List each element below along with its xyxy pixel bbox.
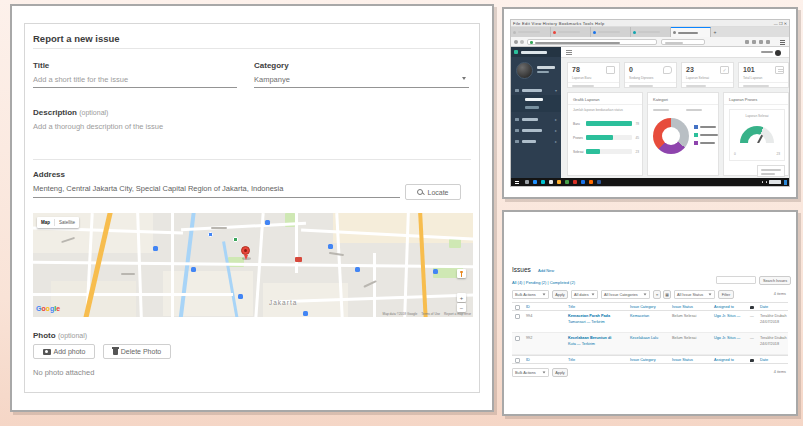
- sidebar-item-laporan[interactable]: ▸: [511, 115, 561, 124]
- browser-tab-active[interactable]: [671, 27, 711, 37]
- cell-title-link[interactable]: Kemacetan Parah Pada: [568, 314, 610, 319]
- locate-button[interactable]: Locate: [405, 184, 461, 200]
- tab-title-smudge: [638, 31, 660, 33]
- add-photo-button[interactable]: Add photo: [33, 344, 95, 359]
- terms-link[interactable]: Terms of Use: [421, 312, 440, 316]
- apply-button[interactable]: Apply: [552, 290, 568, 299]
- cell-category-link[interactable]: Kecelakaan Lalu: [630, 336, 658, 341]
- col-date[interactable]: Date: [760, 358, 768, 363]
- view-grid-icon[interactable]: ▦: [663, 290, 671, 299]
- stat-link-smudge[interactable]: [743, 85, 769, 87]
- zoom-in-button[interactable]: +: [457, 293, 466, 302]
- view-filter-links[interactable]: All (4) | Pending (2) | Completed (2): [512, 280, 575, 285]
- zoom-out-button[interactable]: −: [457, 303, 466, 312]
- stat-link-smudge[interactable]: [572, 85, 594, 87]
- report-error-link[interactable]: Report a map error: [444, 312, 471, 316]
- col-category[interactable]: Issue Category: [630, 305, 656, 310]
- map-type-map-button[interactable]: Map: [37, 220, 54, 225]
- tray-icons[interactable]: [762, 181, 764, 183]
- map-pin-icon[interactable]: [241, 246, 250, 255]
- dashboard-page: ▾ ▸ ▸ ▸ 78 Laporan Baru: [511, 47, 789, 180]
- select-all-checkbox[interactable]: [515, 358, 520, 363]
- col-assigned[interactable]: Assigned to: [714, 305, 734, 310]
- extensions-icon[interactable]: [766, 40, 770, 44]
- map-type-satellite-button[interactable]: Satellite: [55, 220, 79, 225]
- col-id[interactable]: ID: [526, 305, 530, 310]
- category-select[interactable]: All Issue Categories: [601, 290, 650, 299]
- select-all-checkbox[interactable]: [515, 305, 520, 310]
- taskbar-app-icons[interactable]: [525, 180, 529, 184]
- cell-assigned-link[interactable]: Ugo Jr. Situs —: [714, 336, 740, 341]
- row-checkbox[interactable]: [515, 336, 520, 341]
- title-input[interactable]: Add a short title for the issue: [33, 76, 128, 84]
- search-input[interactable]: [716, 276, 756, 284]
- new-tab-button[interactable]: +: [711, 27, 719, 37]
- sidebar-item-dashboard[interactable]: ▾: [511, 86, 561, 95]
- user-avatar[interactable]: [516, 62, 533, 79]
- view-list-icon[interactable]: ≡: [653, 290, 661, 299]
- bar-value: 45: [635, 136, 639, 140]
- notification-widget[interactable]: [757, 165, 785, 177]
- col-status[interactable]: Issue Status: [672, 358, 693, 363]
- forward-icon[interactable]: [520, 40, 524, 44]
- col-category[interactable]: Issue Category: [630, 358, 656, 363]
- col-title[interactable]: Title: [568, 358, 575, 363]
- cell-title-sub[interactable]: Tamansari — Terkirim: [568, 320, 605, 325]
- clock-area[interactable]: [769, 180, 781, 184]
- cell-title-sub[interactable]: Kuta — Terkirim: [568, 342, 595, 347]
- filter-smudge[interactable]: [686, 109, 702, 111]
- sidebar-icon[interactable]: [752, 40, 756, 44]
- description-textarea[interactable]: Add a thorough description of the issue: [33, 123, 163, 131]
- status-select[interactable]: All Issue Status: [674, 290, 715, 299]
- pegman-icon[interactable]: [457, 269, 466, 278]
- cell-category-link[interactable]: Kemacetan: [630, 314, 649, 319]
- sidebar-item-kategori[interactable]: ▸: [511, 126, 561, 135]
- cell-title-link[interactable]: Kecelakaan Beruntun di: [568, 336, 611, 341]
- browser-tab[interactable]: [631, 27, 671, 37]
- row-checkbox[interactable]: [515, 314, 520, 319]
- col-assigned[interactable]: Assigned to: [714, 358, 734, 363]
- stat-link-smudge[interactable]: [686, 85, 706, 87]
- stat-link-smudge[interactable]: [629, 85, 653, 87]
- donut-chart: [653, 118, 689, 154]
- map-green-poi-icon[interactable]: [233, 237, 238, 242]
- hamburger-menu-icon[interactable]: [780, 40, 785, 45]
- col-date[interactable]: Date: [760, 305, 768, 310]
- address-input[interactable]: Menteng, Central Jakarta City, Special C…: [33, 185, 283, 193]
- apply-button-bottom[interactable]: Apply: [552, 368, 568, 377]
- chevron-down-icon[interactable]: [462, 77, 466, 80]
- window-controls[interactable]: — ❐ ✕: [774, 21, 787, 26]
- notification-icon[interactable]: [784, 180, 787, 185]
- add-new-button[interactable]: Add New: [538, 268, 554, 273]
- search-button[interactable]: Search Issues: [759, 276, 791, 285]
- start-button-icon[interactable]: [515, 181, 517, 183]
- browser-tab[interactable]: [551, 27, 591, 37]
- bulk-actions-select[interactable]: Bulk Actions: [512, 290, 549, 299]
- map-red-poi-icon[interactable]: [295, 257, 302, 262]
- sidebar-item-pengguna[interactable]: ▸: [511, 137, 561, 146]
- category-select[interactable]: Kampanye: [254, 76, 290, 84]
- menu-items[interactable]: File Edit View History Bookmarks Tools H…: [513, 21, 604, 26]
- search-field[interactable]: [661, 39, 705, 45]
- browser-tab[interactable]: [511, 27, 551, 37]
- back-icon[interactable]: [514, 40, 518, 44]
- browser-tab[interactable]: [591, 27, 631, 37]
- sidebar-subitem[interactable]: [511, 103, 561, 112]
- admin-avatar[interactable]: [775, 50, 781, 56]
- map-poi-icon[interactable]: [208, 232, 213, 237]
- bulk-actions-select-bottom[interactable]: Bulk Actions: [512, 368, 549, 377]
- cell-assigned-link[interactable]: Ugo Jr. Situs —: [714, 314, 740, 319]
- filter-button[interactable]: Filter: [718, 290, 734, 299]
- account-icon[interactable]: [759, 40, 763, 44]
- google-map[interactable]: Map Satellite + − Jakarta Google Map dat…: [33, 213, 473, 317]
- filter-smudge[interactable]: [653, 109, 669, 111]
- delete-photo-button[interactable]: Delete Photo: [103, 344, 171, 359]
- url-input[interactable]: [527, 39, 657, 45]
- dates-select[interactable]: All dates: [571, 290, 598, 299]
- col-status[interactable]: Issue Status: [672, 305, 693, 310]
- divider: [33, 159, 471, 160]
- library-icon[interactable]: [745, 40, 749, 44]
- sidebar-toggle-icon[interactable]: [566, 50, 572, 55]
- col-id[interactable]: ID: [526, 358, 530, 363]
- col-title[interactable]: Title: [568, 305, 575, 310]
